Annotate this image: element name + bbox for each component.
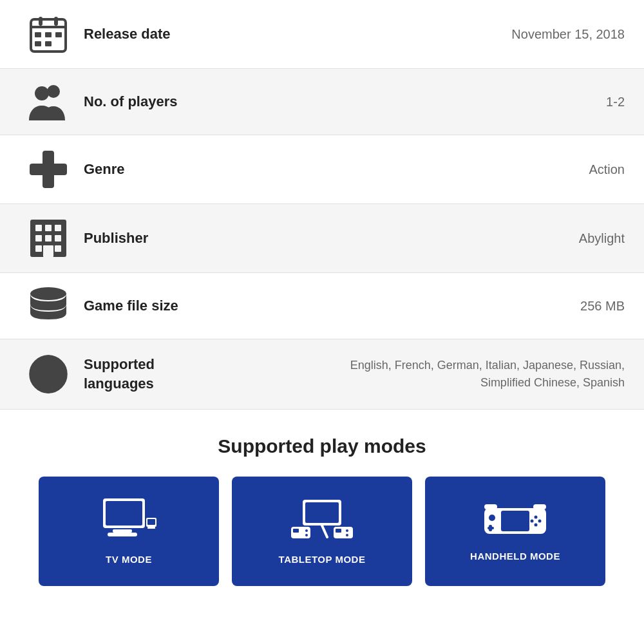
publisher-icon bbox=[19, 218, 77, 258]
release-date-label: Release date bbox=[77, 26, 457, 43]
play-modes-container: TV MODE TABLETOP MODE bbox=[0, 470, 644, 612]
languages-value: English, French, German, Italian, Japane… bbox=[316, 357, 625, 392]
svg-rect-7 bbox=[35, 41, 41, 46]
svg-point-23 bbox=[30, 287, 66, 300]
svg-rect-20 bbox=[35, 245, 42, 252]
svg-point-45 bbox=[346, 529, 348, 532]
svg-rect-34 bbox=[147, 519, 155, 525]
svg-rect-12 bbox=[30, 164, 67, 175]
svg-point-10 bbox=[35, 86, 49, 100]
svg-point-46 bbox=[346, 534, 348, 536]
release-date-value: November 15, 2018 bbox=[457, 27, 625, 42]
svg-rect-48 bbox=[501, 511, 529, 531]
release-date-row: Release date November 15, 2018 bbox=[0, 0, 644, 69]
publisher-label: Publisher bbox=[77, 230, 457, 247]
svg-rect-6 bbox=[55, 32, 62, 37]
publisher-value: Abylight bbox=[457, 231, 625, 246]
svg-rect-44 bbox=[336, 529, 341, 533]
svg-point-49 bbox=[489, 515, 495, 521]
genre-label: Genre bbox=[77, 161, 457, 178]
svg-rect-19 bbox=[55, 235, 61, 242]
svg-rect-4 bbox=[35, 32, 41, 37]
calendar-icon bbox=[19, 14, 77, 54]
svg-rect-30 bbox=[106, 501, 142, 526]
svg-point-54 bbox=[531, 519, 534, 522]
svg-rect-15 bbox=[45, 225, 52, 231]
filesize-icon bbox=[19, 287, 77, 325]
svg-point-42 bbox=[305, 534, 308, 536]
svg-rect-2 bbox=[39, 17, 43, 26]
players-row: No. of players 1-2 bbox=[0, 69, 644, 135]
svg-rect-1 bbox=[31, 26, 66, 28]
tv-mode-card: TV MODE bbox=[39, 477, 219, 586]
svg-point-9 bbox=[47, 85, 60, 98]
tv-icon bbox=[100, 498, 158, 546]
svg-point-52 bbox=[535, 515, 538, 518]
svg-rect-40 bbox=[293, 529, 299, 533]
genre-icon bbox=[19, 149, 77, 189]
genre-value: Action bbox=[457, 162, 625, 177]
svg-point-55 bbox=[535, 523, 538, 526]
svg-rect-14 bbox=[35, 225, 42, 231]
svg-rect-56 bbox=[484, 504, 497, 509]
svg-rect-5 bbox=[45, 32, 52, 37]
filesize-value: 256 MB bbox=[457, 299, 625, 314]
globe-icon bbox=[19, 354, 77, 395]
svg-rect-31 bbox=[113, 529, 132, 533]
handheld-icon bbox=[483, 502, 547, 543]
players-value: 1-2 bbox=[457, 95, 625, 109]
genre-row: Genre Action bbox=[0, 135, 644, 204]
svg-rect-37 bbox=[305, 502, 339, 523]
languages-row: Supportedlanguages English, French, Germ… bbox=[0, 339, 644, 410]
players-icon bbox=[19, 83, 77, 120]
svg-line-38 bbox=[322, 526, 327, 537]
handheld-mode-label: HANDHELD MODE bbox=[470, 551, 560, 562]
svg-point-41 bbox=[305, 529, 308, 532]
svg-rect-32 bbox=[108, 533, 137, 536]
svg-rect-8 bbox=[45, 41, 52, 46]
svg-rect-18 bbox=[45, 235, 52, 242]
svg-rect-57 bbox=[533, 504, 546, 509]
filesize-row: Game file size 256 MB bbox=[0, 273, 644, 339]
languages-label: Supportedlanguages bbox=[77, 355, 316, 393]
svg-rect-21 bbox=[55, 245, 61, 252]
filesize-label: Game file size bbox=[77, 298, 457, 314]
tabletop-mode-label: TABLETOP MODE bbox=[279, 554, 366, 565]
svg-rect-3 bbox=[54, 17, 58, 26]
tabletop-mode-card: TABLETOP MODE bbox=[232, 477, 412, 586]
tv-mode-label: TV MODE bbox=[106, 554, 152, 565]
svg-rect-35 bbox=[147, 527, 155, 529]
players-label: No. of players bbox=[77, 93, 457, 110]
svg-point-53 bbox=[538, 519, 542, 522]
svg-rect-51 bbox=[488, 527, 494, 529]
svg-rect-17 bbox=[35, 235, 42, 242]
svg-rect-16 bbox=[55, 225, 61, 231]
publisher-row: Publisher Abylight bbox=[0, 204, 644, 273]
tabletop-icon bbox=[290, 498, 354, 546]
play-modes-title: Supported play modes bbox=[0, 410, 644, 470]
handheld-mode-card: HANDHELD MODE bbox=[425, 477, 605, 586]
svg-rect-22 bbox=[43, 245, 53, 257]
